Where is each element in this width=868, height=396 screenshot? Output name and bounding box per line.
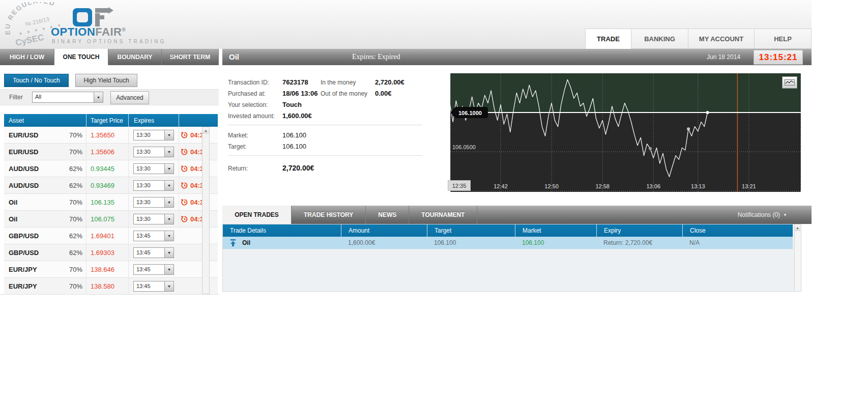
nav-tab-my-account[interactable]: MY ACCOUNT — [688, 29, 754, 49]
touch-up-icon — [230, 239, 236, 246]
target-value: 106.100 — [282, 143, 306, 150]
advanced-button[interactable]: Advanced — [110, 91, 149, 104]
open-trades-panel: Trade Details Amount Target Market Expir… — [222, 224, 801, 292]
target-price: 106.075 — [91, 215, 114, 223]
chevron-down-icon[interactable]: ▼ — [164, 281, 173, 291]
scroll-up-icon[interactable]: ▲ — [202, 127, 209, 134]
svg-text:13:13: 13:13 — [691, 183, 705, 189]
selection-value: Touch — [282, 101, 302, 108]
asset-row[interactable]: EUR/JPY70%138.64613:45▼ — [4, 261, 218, 278]
target-price: 1.35606 — [91, 148, 114, 156]
tab-news[interactable]: NEWS — [366, 206, 409, 224]
tab-short-term[interactable]: SHORT TERM — [162, 49, 219, 65]
asset-name: EUR/USD — [9, 148, 39, 156]
asset-payout: 70% — [69, 282, 86, 290]
purchased-label: Purchased at: — [228, 90, 266, 97]
tab-tournament[interactable]: TOURNAMENT — [409, 206, 477, 224]
target-price: 138.646 — [91, 266, 114, 273]
bottom-tabs: OPEN TRADES TRADE HISTORY NEWS TOURNAMEN… — [222, 206, 812, 224]
chevron-down-icon[interactable]: ▼ — [164, 265, 173, 274]
chevron-down-icon[interactable]: ▼ — [164, 130, 173, 140]
trade-header-expires: Expires: Expired — [352, 53, 400, 61]
filter-dropdown[interactable]: All ▼ — [32, 92, 103, 103]
tab-one-touch[interactable]: ONE TOUCH — [54, 49, 108, 65]
asset-row[interactable]: GBP/USD62%1.6930313:45▼ — [4, 244, 218, 261]
top-banner: EU REGULATED № 216/13 ★ ★ ★ ★ ★ ★ CySEC … — [0, 0, 812, 49]
countdown-clock-icon — [181, 148, 188, 156]
chevron-down-icon[interactable]: ▼ — [164, 214, 173, 224]
chevron-down-icon[interactable]: ▼ — [164, 197, 173, 207]
expiry-dropdown[interactable]: 13:45▼ — [133, 247, 174, 258]
svg-text:12:50: 12:50 — [544, 183, 559, 189]
chevron-down-icon[interactable]: ▼ — [164, 248, 173, 258]
asset-row[interactable]: Oil70%106.13513:30▼04:38 — [4, 194, 218, 211]
target-price: 1.69401 — [91, 232, 114, 240]
expiry-dropdown[interactable]: 13:30▼ — [133, 147, 174, 157]
market-label: Market: — [228, 132, 248, 139]
asset-row[interactable]: Oil70%106.07513:30▼04:38 — [4, 211, 218, 228]
nav-tab-trade[interactable]: TRADE — [585, 29, 631, 49]
asset-row[interactable]: EUR/USD70%1.3560613:30▼04:38 — [4, 144, 218, 160]
expiry-dropdown[interactable]: 13:30▼ — [133, 130, 174, 140]
asset-row[interactable]: EUR/JPY70%138.58013:45▼ — [4, 278, 218, 295]
target-price: 138.580 — [91, 282, 114, 290]
target-price: 0.93469 — [91, 182, 114, 189]
tab-high-low[interactable]: HIGH / LOW — [0, 49, 54, 65]
asset-table-body: EUR/USD70%1.3565013:30▼04:38EUR/USD70%1.… — [4, 127, 218, 295]
trade-market: 106.100 — [515, 237, 596, 249]
asset-name: AUD/USD — [9, 165, 39, 173]
expiry-dropdown[interactable]: 13:30▼ — [133, 214, 174, 224]
main-nav: TRADE BANKING MY ACCOUNT HELP — [585, 29, 812, 49]
asset-payout: 62% — [69, 249, 86, 257]
asset-row[interactable]: AUD/USD62%0.9346913:30▼04:38 — [4, 177, 218, 194]
tab-trade-history[interactable]: TRADE HISTORY — [292, 206, 366, 224]
countdown: 04:38 — [179, 160, 218, 177]
countdown: 04:38 — [179, 194, 218, 210]
notifications-toggle[interactable]: Notifications (0) ▼ — [738, 206, 812, 224]
asset-name: AUD/USD — [9, 182, 39, 189]
trade-header-bar: Oil Expires: Expired Jun 18 2014 13:15:2… — [222, 49, 812, 65]
chevron-down-icon[interactable]: ▼ — [164, 147, 173, 157]
nav-tab-help[interactable]: HELP — [754, 29, 812, 49]
tab-open-trades[interactable]: OPEN TRADES — [222, 206, 292, 224]
current-date: Jun 18 2014 — [707, 53, 740, 61]
asset-row[interactable]: AUD/USD62%0.9344513:30▼04:38 — [4, 160, 218, 177]
touch-no-touch-button[interactable]: Touch / No Touch — [4, 74, 69, 87]
chevron-down-icon[interactable]: ▼ — [94, 92, 103, 102]
chevron-down-icon[interactable]: ▼ — [164, 164, 173, 174]
tab-boundary[interactable]: BOUNDARY — [108, 49, 162, 65]
expiry-dropdown[interactable]: 13:30▼ — [133, 163, 174, 174]
expiry-dropdown[interactable]: 13:45▼ — [133, 281, 174, 292]
trade-close: N/A — [682, 237, 793, 249]
trade-expiry: Return: 2,720.00€ — [596, 237, 682, 249]
svg-text:106.1000: 106.1000 — [458, 110, 482, 116]
expiry-dropdown[interactable]: 13:30▼ — [133, 180, 174, 191]
asset-row[interactable]: GBP/USD62%1.6940113:45▼ — [4, 228, 218, 244]
chart-start-time: 12:35 — [448, 180, 471, 191]
asset-payout: 62% — [69, 165, 86, 173]
asset-payout: 70% — [69, 266, 86, 273]
nav-tab-banking[interactable]: BANKING — [631, 29, 688, 49]
chevron-down-icon: ▼ — [783, 213, 787, 217]
open-trades-scrollbar[interactable]: ▲ — [794, 224, 801, 291]
digital-clock: 13:15:21 — [754, 50, 803, 65]
expiry-dropdown[interactable]: 13:30▼ — [133, 197, 174, 208]
asset-payout: 62% — [69, 232, 86, 240]
trade-asset: Oil — [242, 239, 250, 246]
asset-name: GBP/USD — [9, 249, 39, 257]
high-yield-touch-button[interactable]: High Yield Touch — [75, 74, 137, 87]
asset-list-scrollbar[interactable]: ▲ — [202, 127, 210, 294]
svg-text:106.0500: 106.0500 — [452, 144, 476, 150]
chevron-down-icon[interactable]: ▼ — [164, 231, 173, 241]
asset-payout: 70% — [69, 215, 86, 223]
asset-row[interactable]: EUR/USD70%1.3565013:30▼04:38 — [4, 127, 218, 144]
expiry-dropdown[interactable]: 13:45▼ — [133, 264, 174, 275]
chart-type-button[interactable] — [782, 76, 797, 89]
target-price: 1.69303 — [91, 249, 114, 257]
chevron-down-icon[interactable]: ▼ — [164, 181, 173, 190]
invested-label: Invested amount: — [228, 112, 275, 120]
expiry-dropdown[interactable]: 13:45▼ — [133, 231, 174, 241]
countdown-clock-icon — [181, 182, 188, 189]
scroll-up-icon[interactable]: ▲ — [795, 224, 800, 231]
open-trade-row[interactable]: Oil 1,600.00€ 106.100 106.100 Return: 2,… — [223, 237, 793, 249]
